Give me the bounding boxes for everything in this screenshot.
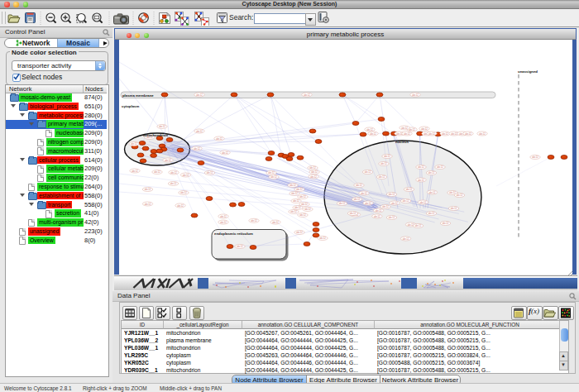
svg-text:abc12: abc12 [532, 155, 538, 159]
svg-text:abc12: abc12 [479, 132, 486, 136]
svg-text:abc12: abc12 [443, 222, 449, 225]
svg-text:abc12: abc12 [296, 231, 303, 234]
svg-text:abc12: abc12 [465, 132, 471, 136]
svg-text:abc12: abc12 [309, 166, 316, 170]
svg-text:abc12: abc12 [251, 219, 257, 222]
svg-text:abc12: abc12 [451, 132, 457, 136]
svg-text:abc12: abc12 [311, 170, 318, 174]
svg-text:abc12: abc12 [196, 130, 203, 133]
svg-text:abc12: abc12 [409, 128, 415, 131]
svg-text:abc12: abc12 [299, 195, 306, 198]
svg-text:abc12: abc12 [194, 147, 200, 151]
svg-text:abc12: abc12 [290, 184, 296, 187]
svg-text:abc12: abc12 [379, 175, 385, 179]
svg-text:abc12: abc12 [412, 93, 419, 97]
svg-text:abc12: abc12 [154, 170, 160, 174]
svg-text:abc12: abc12 [237, 245, 243, 248]
svg-text:abc12: abc12 [365, 202, 371, 205]
svg-text:abc12: abc12 [404, 132, 410, 136]
svg-text:abc12: abc12 [421, 127, 428, 131]
svg-text:abc12: abc12 [301, 203, 308, 206]
svg-text:abc12: abc12 [403, 199, 409, 203]
svg-text:abc12: abc12 [293, 199, 299, 203]
svg-text:abc12: abc12 [429, 191, 436, 194]
svg-text:abc12: abc12 [366, 128, 373, 131]
svg-text:nucleus: nucleus [395, 140, 409, 144]
svg-text:abc12: abc12 [403, 237, 409, 241]
svg-text:abc12: abc12 [310, 175, 317, 179]
svg-text:abc12: abc12 [380, 162, 387, 165]
svg-text:abc12: abc12 [272, 221, 279, 224]
svg-text:abc12: abc12 [132, 170, 138, 173]
svg-text:unassigned: unassigned [518, 69, 538, 74]
svg-text:abc12: abc12 [442, 132, 448, 136]
svg-text:abc12: abc12 [220, 221, 227, 224]
svg-text:abc12: abc12 [170, 171, 177, 174]
svg-text:abc12: abc12 [389, 193, 395, 196]
svg-text:abc12: abc12 [428, 132, 435, 136]
svg-text:abc12: abc12 [415, 224, 422, 227]
svg-text:abc12: abc12 [183, 174, 189, 177]
svg-text:abc12: abc12 [428, 171, 435, 174]
svg-text:abc12: abc12 [319, 237, 326, 240]
svg-text:abc12: abc12 [389, 216, 395, 219]
svg-text:abc12: abc12 [350, 212, 356, 215]
svg-text:endoplasmic reticulum: endoplasmic reticulum [214, 232, 253, 236]
svg-text:abc12: abc12 [457, 194, 463, 197]
svg-text:abc12: abc12 [406, 188, 413, 191]
svg-text:abc12: abc12 [370, 132, 376, 136]
svg-text:abc12: abc12 [437, 165, 443, 169]
svg-text:abc12: abc12 [428, 212, 435, 215]
svg-text:abc12: abc12 [180, 191, 187, 194]
svg-text:abc12: abc12 [222, 151, 228, 155]
svg-text:abc12: abc12 [376, 209, 382, 213]
svg-text:abc12: abc12 [290, 210, 297, 213]
svg-text:plasma membrane: plasma membrane [122, 93, 154, 98]
svg-text:abc12: abc12 [304, 93, 310, 97]
svg-text:cytoplasm: cytoplasm [122, 104, 139, 108]
svg-text:abc12: abc12 [196, 93, 203, 97]
svg-text:abc12: abc12 [391, 202, 398, 205]
svg-text:abc12: abc12 [145, 188, 151, 191]
svg-text:abc12: abc12 [145, 203, 151, 206]
svg-text:abc12: abc12 [216, 137, 223, 141]
svg-text:abc12: abc12 [418, 165, 424, 169]
svg-text:abc12: abc12 [170, 182, 177, 185]
svg-text:abc12: abc12 [420, 201, 427, 204]
svg-text:abc12: abc12 [207, 171, 213, 174]
svg-text:abc12: abc12 [294, 206, 301, 209]
svg-text:abc12: abc12 [270, 175, 277, 179]
svg-text:mitochondrion: mitochondrion [143, 133, 168, 137]
svg-text:abc12: abc12 [304, 208, 311, 211]
svg-text:abc12: abc12 [159, 125, 165, 128]
svg-text:abc12: abc12 [268, 171, 275, 174]
svg-text:abc12: abc12 [401, 127, 408, 130]
svg-text:abc12: abc12 [291, 192, 298, 195]
svg-text:abc12: abc12 [339, 202, 346, 205]
svg-text:abc12: abc12 [418, 179, 424, 182]
svg-text:abc12: abc12 [374, 215, 380, 218]
svg-text:abc12: abc12 [356, 184, 362, 187]
svg-text:abc12: abc12 [365, 170, 371, 174]
svg-text:abc12: abc12 [354, 198, 361, 201]
svg-text:abc12: abc12 [177, 204, 184, 208]
svg-text:abc12: abc12 [451, 207, 457, 210]
svg-text:abc12: abc12 [384, 155, 390, 158]
svg-text:abc12: abc12 [296, 188, 303, 191]
svg-text:abc12: abc12 [220, 215, 227, 218]
svg-text:abc12: abc12 [382, 205, 389, 208]
svg-text:abc12: abc12 [299, 213, 306, 217]
svg-text:abc12: abc12 [165, 159, 171, 162]
svg-text:abc12: abc12 [361, 192, 367, 195]
svg-text:abc12: abc12 [131, 142, 137, 146]
